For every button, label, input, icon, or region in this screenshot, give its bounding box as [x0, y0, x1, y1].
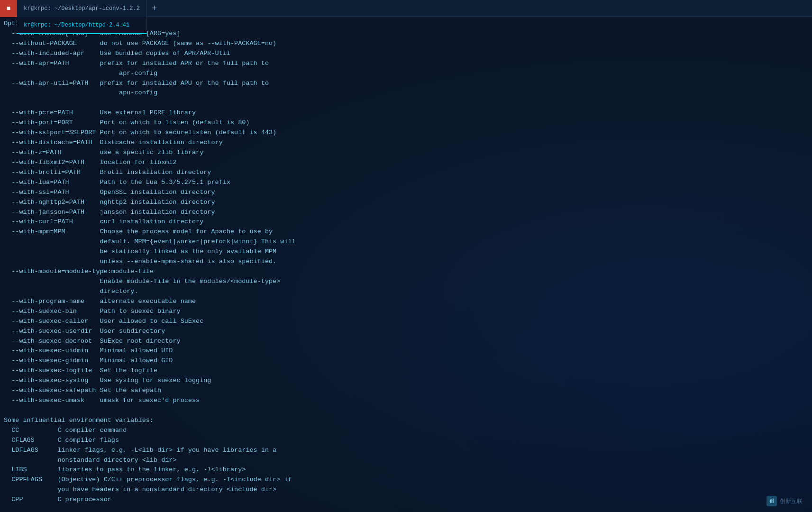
terminal-line: --with-ssl=PATH OpenSSL installation dir… — [4, 188, 808, 198]
terminal-line: --with-brotli=PATH Brotli installation d… — [4, 168, 808, 178]
terminal-line: --with-included-apr Use bundled copies o… — [4, 49, 808, 59]
terminal-output: Optional Packages: --with-PACKAGE[=ARG] … — [0, 17, 812, 512]
terminal-line: LDFLAGS linker flags, e.g. -L<lib dir> i… — [4, 446, 808, 456]
tab-1[interactable]: kr@krpc: ~/Desktop/apr-iconv-1.2.2 — [17, 0, 147, 17]
terminal-line: CPPFLAGS (Objective) C/C++ preprocessor … — [4, 475, 808, 485]
terminal-line: --with-suexec-umask umask for suexec'd p… — [4, 396, 808, 406]
terminal-line: --with-suexec-bin Path to suexec binary — [4, 307, 808, 317]
terminal-line — [4, 406, 808, 416]
terminal-line: --with-z=PATH use a specific zlib librar… — [4, 148, 808, 158]
terminal-line: default. MPM={event|worker|prefork|winnt… — [4, 237, 808, 247]
terminal-line: --with-suexec-gidmin Minimal allowed GID — [4, 356, 808, 366]
terminal-line: --with-suexec-caller User allowed to cal… — [4, 317, 808, 327]
terminal-line: --with-jansson=PATH jansson installation… — [4, 208, 808, 218]
terminal-line: --with-suexec-logfile Set the logfile — [4, 366, 808, 376]
terminal-line: Some influential environment variables: — [4, 416, 808, 426]
terminal-line: you have headers in a nonstandard direct… — [4, 485, 808, 495]
terminal-line: CPP C preprocessor — [4, 495, 808, 505]
tab-2[interactable]: kr@krpc: ~/Desktop/httpd-2.4.41 — [17, 17, 147, 34]
terminal-line: --with-nghttp2=PATH nghttp2 installation… — [4, 198, 808, 208]
terminal-line: --with-program-name alternate executable… — [4, 297, 808, 307]
terminal-line: LIBS libraries to pass to the linker, e.… — [4, 465, 808, 475]
tab-bar: ■ kr@krpc: ~/Desktop/httpd-2.4.41kr@krpc… — [0, 0, 812, 17]
terminal-line: --with-suexec-syslog Use syslog for suex… — [4, 376, 808, 386]
terminal-line: --with-curl=PATH curl installation direc… — [4, 217, 808, 227]
terminal-line: --with-sslport=SSLPORT Port on which to … — [4, 128, 808, 138]
terminal-icon: ■ — [0, 0, 17, 17]
terminal-line: CFLAGS C compiler flags — [4, 436, 808, 446]
terminal-line: CC C compiler command — [4, 426, 808, 436]
terminal-line: --with-mpm=MPM Choose the process model … — [4, 227, 808, 237]
terminal-line: --with-apr-util=PATH prefix for installe… — [4, 79, 808, 89]
terminal-line — [4, 98, 808, 108]
terminal-line: --with-pcre=PATH Use external PCRE libra… — [4, 108, 808, 118]
terminal-line: --with-port=PORT Port on which to listen… — [4, 118, 808, 128]
terminal-line: --with-libxml2=PATH location for libxml2 — [4, 158, 808, 168]
terminal-line: --with-suexec-userdir User subdirectory — [4, 327, 808, 337]
terminal-line: --with-suexec-uidmin Minimal allowed UID — [4, 346, 808, 356]
terminal-line: apu-config — [4, 88, 808, 98]
terminal-line — [4, 505, 808, 512]
terminal-line: Enable module-file in the modules/<modul… — [4, 277, 808, 287]
terminal-line: --with-module=module-type:module-file — [4, 267, 808, 277]
terminal-line: --with-suexec-safepath Set the safepath — [4, 386, 808, 396]
terminal-line: unless --enable-mpms-shared is also spec… — [4, 257, 808, 267]
terminal-line: nonstandard directory <lib dir> — [4, 456, 808, 466]
terminal-line: --with-lua=PATH Path to the Lua 5.3/5.2/… — [4, 178, 808, 188]
terminal-line: be statically linked as the only availab… — [4, 247, 808, 257]
terminal-line: directory. — [4, 287, 808, 297]
watermark: 创 创新互联 — [766, 496, 803, 506]
new-tab-button[interactable]: + — [147, 0, 162, 17]
terminal-line: --with-distcache=PATH Distcache installa… — [4, 138, 808, 148]
tabs-container: kr@krpc: ~/Desktop/httpd-2.4.41kr@krpc: … — [17, 0, 147, 34]
terminal-line: --without-PACKAGE do not use PACKAGE (sa… — [4, 39, 808, 49]
terminal-line: --with-apr=PATH prefix for installed APR… — [4, 59, 808, 69]
terminal-line: apr-config — [4, 69, 808, 79]
watermark-icon: 创 — [766, 496, 777, 506]
terminal-line: --with-suexec-docroot SuExec root direct… — [4, 337, 808, 347]
watermark-text: 创新互联 — [780, 497, 803, 505]
